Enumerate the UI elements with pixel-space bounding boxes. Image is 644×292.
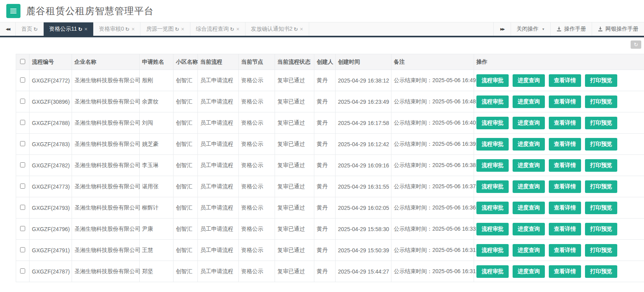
print-preview-button[interactable]: 打印预览 [585, 202, 617, 214]
flow-approval-button[interactable]: 流程审批 [476, 74, 509, 87]
table-row: GXGZF(24773) 圣湘生物科技股份有限公司 谌用张 创智汇 员工申请流程… [16, 176, 644, 197]
cell-created-time: 2025-04-29 16:31:55 [336, 176, 391, 197]
row-checkbox[interactable] [20, 205, 25, 210]
cell-creator: 黄丹 [314, 91, 336, 112]
cell-actions: 流程审批进度查询查看详情打印预览 [474, 112, 644, 134]
cell-process-id: GXGZF(24783) [30, 134, 72, 155]
view-details-button[interactable]: 查看详情 [549, 159, 581, 172]
cell-remark: 公示结束时间：2025-05-06 16:39:26 [391, 134, 474, 155]
cell-creator: 黄丹 [314, 219, 336, 240]
row-checkbox[interactable] [20, 77, 25, 83]
tab-refresh-icon[interactable]: ↻ [175, 26, 179, 32]
progress-query-button[interactable]: 进度查询 [513, 159, 545, 172]
row-checkbox[interactable] [20, 226, 25, 231]
view-details-button[interactable]: 查看详情 [549, 180, 581, 193]
progress-query-button[interactable]: 进度查询 [513, 244, 545, 257]
view-details-button[interactable]: 查看详情 [549, 95, 581, 108]
progress-query-button[interactable]: 进度查询 [513, 180, 545, 193]
row-checkbox[interactable] [20, 120, 25, 125]
view-details-button[interactable]: 查看详情 [549, 244, 581, 257]
print-preview-button[interactable]: 打印预览 [585, 244, 617, 257]
tab-refresh-icon[interactable]: ↻ [230, 26, 234, 32]
print-preview-button[interactable]: 打印预览 [585, 95, 617, 108]
cell-remark: 公示结束时间：2025-05-06 16:49:25 [391, 70, 474, 91]
close-operations-dropdown[interactable]: 关闭操作 ▼ [511, 22, 550, 36]
cell-current-flow: 员工申请流程 [198, 219, 239, 240]
flow-approval-button[interactable]: 流程审批 [476, 223, 509, 235]
bank-operation-manual-button[interactable]: 网银操作手册 [592, 22, 644, 36]
view-details-button[interactable]: 查看详情 [549, 117, 581, 129]
tab-refresh-icon[interactable]: ↻ [33, 26, 38, 32]
print-preview-button[interactable]: 打印预览 [585, 223, 617, 235]
progress-query-button[interactable]: 进度查询 [513, 265, 545, 278]
print-preview-button[interactable]: 打印预览 [585, 117, 617, 129]
tab-2[interactable]: 资格审核0 ↻ × [94, 22, 141, 36]
cell-current-flow: 员工申请流程 [198, 70, 239, 91]
flow-approval-button[interactable]: 流程审批 [476, 117, 509, 129]
print-preview-button[interactable]: 打印预览 [585, 159, 617, 172]
tab-home[interactable]: 首页 ↻ [16, 22, 44, 36]
progress-query-button[interactable]: 进度查询 [513, 202, 545, 214]
cell-company: 圣湘生物科技股份有限公司 [72, 91, 140, 112]
operation-manual-label: 操作手册 [564, 26, 586, 33]
view-details-button[interactable]: 查看详情 [549, 138, 581, 151]
cell-process-id: GXGZF(24793) [30, 197, 72, 219]
flow-approval-button[interactable]: 流程审批 [476, 159, 509, 172]
print-preview-button[interactable]: 打印预览 [585, 138, 617, 151]
row-checkbox[interactable] [20, 162, 25, 167]
view-details-button[interactable]: 查看详情 [549, 223, 581, 235]
print-preview-button[interactable]: 打印预览 [585, 180, 617, 193]
refresh-icon: ↻ [634, 42, 638, 47]
cell-flow-status: 复审已通过 [275, 197, 314, 219]
tab-close-icon[interactable]: × [236, 26, 239, 32]
tab-close-icon[interactable]: × [131, 26, 135, 32]
flow-approval-button[interactable]: 流程审批 [476, 265, 509, 278]
cell-community: 创智汇 [173, 219, 198, 240]
progress-query-button[interactable]: 进度查询 [513, 117, 545, 129]
tab-refresh-icon[interactable]: ↻ [293, 26, 298, 32]
tab-5[interactable]: 发放确认通知书2 ↻ × [245, 22, 309, 36]
refresh-grid-button[interactable]: ↻ [631, 40, 641, 49]
double-chevron-left-icon: ◀◀ [6, 27, 10, 31]
flow-approval-button[interactable]: 流程审批 [476, 138, 509, 151]
flow-approval-button[interactable]: 流程审批 [476, 95, 509, 108]
print-preview-button[interactable]: 打印预览 [585, 74, 617, 87]
row-checkbox[interactable] [20, 184, 25, 189]
view-details-button[interactable]: 查看详情 [549, 74, 581, 87]
scroll-tabs-right-button[interactable]: ▶▶ [493, 22, 511, 36]
scroll-tabs-left-button[interactable]: ◀◀ [0, 22, 16, 36]
progress-query-button[interactable]: 进度查询 [513, 223, 545, 235]
view-details-button[interactable]: 查看详情 [549, 202, 581, 214]
flow-approval-button[interactable]: 流程审批 [476, 202, 509, 214]
tab-refresh-icon[interactable]: ↻ [78, 26, 82, 32]
cell-community: 创智汇 [173, 134, 198, 155]
flow-approval-button[interactable]: 流程审批 [476, 180, 509, 193]
cell-creator: 黄丹 [314, 197, 336, 219]
flow-approval-button[interactable]: 流程审批 [476, 244, 509, 257]
cell-actions: 流程审批进度查询查看详情打印预览 [474, 240, 644, 261]
progress-query-button[interactable]: 进度查询 [513, 95, 545, 108]
row-checkbox[interactable] [20, 247, 25, 252]
progress-query-button[interactable]: 进度查询 [513, 138, 545, 151]
cell-remark: 公示结束时间：2025-05-06 16:36:59 [391, 197, 474, 219]
operation-manual-button[interactable]: 操作手册 [550, 22, 592, 36]
tab-close-icon[interactable]: × [181, 26, 184, 32]
cell-remark: 公示结束时间：2025-05-06 16:38:31 [391, 155, 474, 176]
menu-toggle-button[interactable] [6, 4, 20, 18]
view-details-button[interactable]: 查看详情 [549, 265, 581, 278]
row-checkbox[interactable] [20, 268, 25, 274]
row-checkbox[interactable] [20, 99, 25, 104]
cell-flow-status: 复审已通过 [275, 155, 314, 176]
tab-3[interactable]: 房源一览图 ↻ × [140, 22, 190, 36]
tab-close-icon[interactable]: × [300, 26, 303, 32]
cell-current-flow: 员工申请流程 [198, 112, 239, 134]
row-checkbox[interactable] [20, 141, 25, 146]
tab-1[interactable]: 资格公示11 ↻ × [44, 22, 94, 36]
cell-creator: 黄丹 [314, 134, 336, 155]
print-preview-button[interactable]: 打印预览 [585, 265, 617, 278]
progress-query-button[interactable]: 进度查询 [513, 74, 545, 87]
tab-close-icon[interactable]: × [84, 26, 87, 32]
select-all-checkbox[interactable] [20, 59, 25, 64]
tab-4[interactable]: 综合流程查询 ↻ × [190, 22, 245, 36]
tab-refresh-icon[interactable]: ↻ [125, 26, 129, 32]
